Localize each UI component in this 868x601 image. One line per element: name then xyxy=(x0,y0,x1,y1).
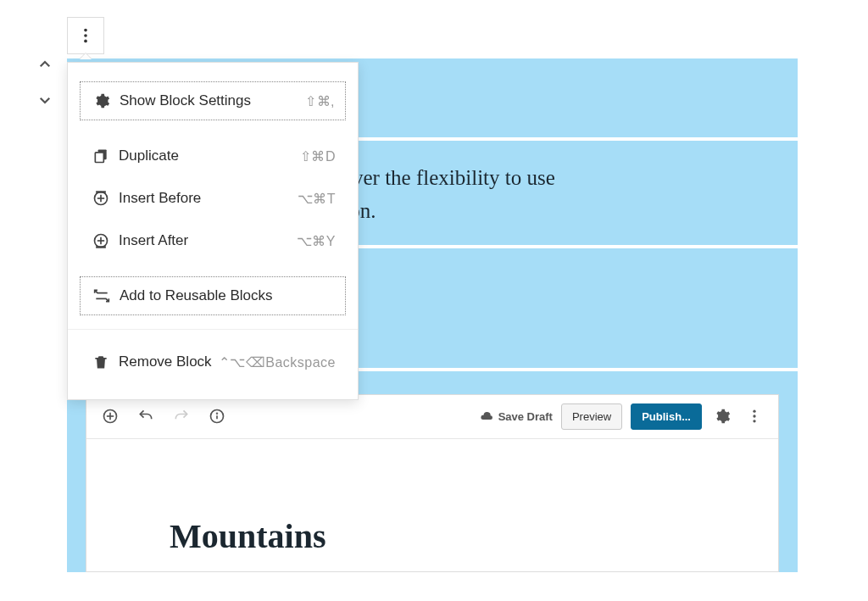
svg-point-6 xyxy=(753,410,755,413)
svg-point-10 xyxy=(84,34,87,37)
settings-gear-icon[interactable] xyxy=(710,404,734,428)
preview-body: Mountains xyxy=(86,439,778,571)
save-draft-label: Save Draft xyxy=(498,410,553,423)
menu-shortcut: ⌥⌘T xyxy=(298,191,336,207)
nested-preview-container: Save Draft Preview Publish... Mountains xyxy=(67,376,798,572)
menu-label: Insert Before xyxy=(119,190,298,207)
editor-toolbar: Save Draft Preview Publish... xyxy=(86,395,778,439)
trash-icon xyxy=(90,353,112,370)
reusable-icon xyxy=(91,287,113,304)
menu-shortcut: ⌥⌘Y xyxy=(297,233,336,249)
menu-duplicate[interactable]: Duplicate ⇧⌘D xyxy=(80,137,346,175)
menu-insert-before[interactable]: Insert Before ⌥⌘T xyxy=(80,180,346,217)
more-options-icon[interactable] xyxy=(743,404,766,428)
menu-remove-block[interactable]: Remove Block ⌃⌥⌫Backspace xyxy=(80,343,346,381)
menu-shortcut: ⇧⌘D xyxy=(300,148,336,164)
menu-label: Duplicate xyxy=(119,147,300,164)
menu-add-to-reusable-blocks[interactable]: Add to Reusable Blocks xyxy=(80,276,346,315)
gear-icon xyxy=(91,92,113,109)
move-up-button[interactable] xyxy=(35,54,55,75)
menu-label: Add to Reusable Blocks xyxy=(120,287,335,304)
info-icon[interactable] xyxy=(205,404,229,428)
cloud-icon xyxy=(480,409,493,423)
svg-point-11 xyxy=(84,40,87,43)
menu-divider xyxy=(68,329,358,330)
block-mover xyxy=(35,54,55,110)
menu-label: Insert After xyxy=(119,232,297,249)
menu-shortcut: ⇧⌘, xyxy=(305,93,335,109)
svg-point-9 xyxy=(84,29,87,32)
preview-button[interactable]: Preview xyxy=(561,403,622,430)
menu-label: Show Block Settings xyxy=(120,92,305,109)
menu-insert-after[interactable]: Insert After ⌥⌘Y xyxy=(80,222,346,259)
svg-point-8 xyxy=(753,420,755,422)
block-more-options-button[interactable] xyxy=(67,17,104,54)
svg-point-7 xyxy=(753,415,755,417)
svg-rect-13 xyxy=(95,153,103,163)
save-draft-button[interactable]: Save Draft xyxy=(480,409,553,423)
undo-icon[interactable] xyxy=(134,404,158,428)
add-block-icon[interactable] xyxy=(98,404,122,428)
insert-after-icon xyxy=(90,232,112,249)
block-options-dropdown: Show Block Settings ⇧⌘, Duplicate ⇧⌘D In… xyxy=(67,62,359,400)
menu-label: Remove Block xyxy=(119,353,219,370)
redo-icon xyxy=(170,404,193,428)
insert-before-icon xyxy=(90,190,112,207)
svg-point-5 xyxy=(217,413,218,414)
vertical-dots-icon xyxy=(76,26,95,45)
editor-preview-panel: Save Draft Preview Publish... Mountains xyxy=(86,394,779,572)
move-down-button[interactable] xyxy=(35,90,55,110)
document-title[interactable]: Mountains xyxy=(170,516,326,556)
menu-shortcut: ⌃⌥⌫Backspace xyxy=(219,354,336,370)
duplicate-icon xyxy=(90,147,112,164)
publish-button[interactable]: Publish... xyxy=(631,403,702,430)
menu-show-block-settings[interactable]: Show Block Settings ⇧⌘, xyxy=(80,81,346,120)
